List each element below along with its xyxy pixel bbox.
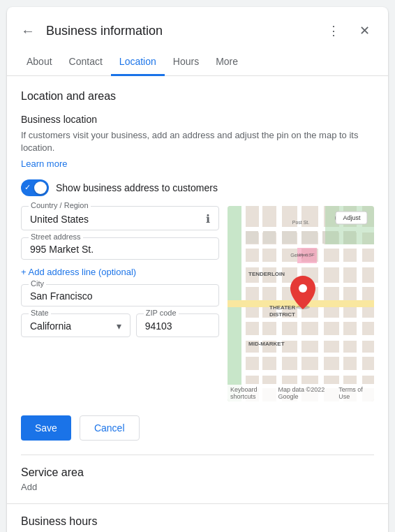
save-button[interactable]: Save [21, 415, 71, 441]
tab-more[interactable]: More [207, 49, 246, 76]
zip-input[interactable] [145, 320, 210, 332]
map-container[interactable]: Post St. Geary St. TENDERLOIN THEATER DI… [228, 206, 374, 401]
svg-rect-18 [246, 231, 258, 244]
actions-row: Save Cancel [21, 415, 374, 455]
toggle-label: Show business address to customers [56, 182, 218, 193]
more-button[interactable]: ⋮ [321, 18, 346, 43]
svg-text:MID-MARKET: MID-MARKET [248, 341, 285, 347]
business-hours-title: Business hours [21, 515, 374, 528]
tab-about[interactable]: About [18, 49, 61, 76]
description-text: If customers visit your business, add an… [21, 129, 374, 154]
learn-more-link[interactable]: Learn more [21, 158, 67, 169]
form-map-row: Country / Region ℹ Street address + Add … [21, 206, 374, 401]
page-title: Business information [46, 24, 313, 38]
back-button[interactable]: ← [18, 20, 38, 42]
info-icon[interactable]: ℹ [206, 212, 210, 226]
svg-text:Adjust: Adjust [343, 214, 361, 221]
tab-contact[interactable]: Contact [61, 49, 111, 76]
street-label: Street address [29, 232, 83, 241]
city-label: City [29, 279, 46, 288]
service-area-section: Service area Add [7, 455, 388, 503]
country-field[interactable]: Country / Region ℹ [21, 206, 219, 230]
svg-text:Hilton SF: Hilton SF [297, 253, 315, 257]
city-input[interactable] [30, 290, 210, 302]
state-select[interactable]: California New York Texas [30, 320, 117, 332]
section-title: Location and areas [21, 90, 374, 103]
svg-rect-21 [301, 231, 318, 244]
state-label: State [29, 309, 51, 317]
business-location-title: Business location [21, 114, 374, 125]
dropdown-arrow-icon: ▾ [117, 320, 121, 332]
header-icons: ⋮ ✕ [321, 18, 377, 43]
tab-hours[interactable]: Hours [165, 49, 207, 76]
svg-rect-19 [263, 231, 276, 244]
cancel-button[interactable]: Cancel [80, 415, 140, 441]
close-button[interactable]: ✕ [352, 18, 377, 43]
street-input[interactable] [30, 244, 210, 255]
zip-label: ZIP code [144, 309, 179, 317]
svg-text:DISTRICT: DISTRICT [269, 311, 295, 318]
svg-rect-20 [282, 231, 297, 244]
tab-bar: About Contact Location Hours More [7, 49, 388, 76]
state-zip-row: State California New York Texas ▾ ZIP co… [21, 313, 219, 337]
header: ← Business information ⋮ ✕ [7, 7, 388, 43]
main-card: ← Business information ⋮ ✕ About Contact… [7, 7, 388, 532]
business-hours-section: Business hours [7, 503, 388, 532]
street-field[interactable]: Street address [21, 237, 219, 260]
state-field[interactable]: State California New York Texas ▾ [21, 313, 131, 337]
country-label: Country / Region [29, 201, 91, 209]
address-toggle[interactable]: ✓ [21, 179, 49, 196]
add-address-link[interactable]: + Add address line (optional) [21, 267, 219, 277]
svg-text:TENDERLOIN: TENDERLOIN [248, 271, 285, 277]
svg-text:Post St.: Post St. [292, 220, 310, 225]
map-attribution: Keyboard shortcuts Map data ©2022 Google… [228, 385, 374, 401]
country-input[interactable] [30, 214, 203, 225]
tab-location[interactable]: Location [111, 49, 165, 76]
city-field[interactable]: City [21, 284, 219, 306]
form-column: Country / Region ℹ Street address + Add … [21, 206, 219, 401]
svg-text:THEATER: THEATER [269, 304, 295, 311]
svg-point-37 [299, 284, 307, 293]
service-area-add[interactable]: Add [21, 482, 374, 492]
service-area-title: Service area [21, 466, 374, 479]
zip-field[interactable]: ZIP code [136, 313, 219, 337]
content-area: Location and areas Business location If … [7, 76, 388, 455]
toggle-row: ✓ Show business address to customers [21, 179, 374, 196]
